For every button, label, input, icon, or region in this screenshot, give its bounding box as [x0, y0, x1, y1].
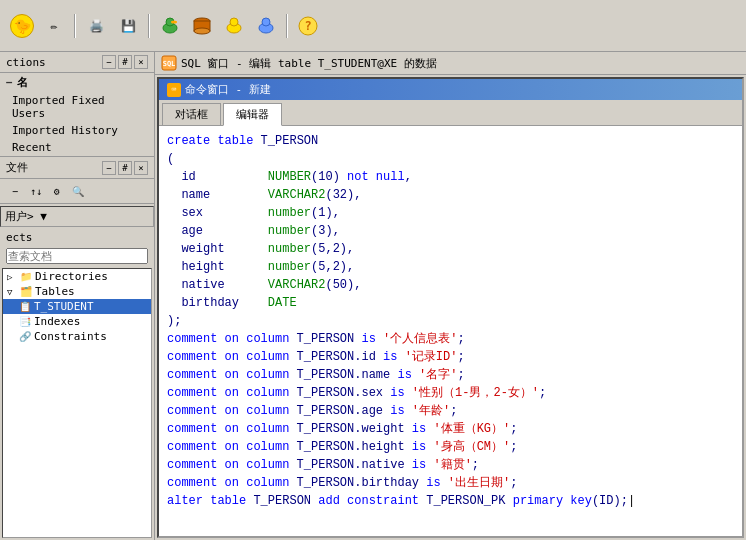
sidebar-header-actions: ctions − # ×: [0, 52, 154, 73]
sidebar-title-name: − 名: [0, 73, 154, 92]
sql-line-9: native VARCHAR2(50),: [167, 276, 734, 294]
sql-line-7: weight number(5,2),: [167, 240, 734, 258]
duck-icon-1: 🐤: [10, 14, 34, 38]
sidebar-search: [0, 246, 154, 266]
cmd-tabs: 对话框 编辑器: [159, 100, 742, 126]
tab-editor-label: 编辑器: [236, 108, 269, 121]
cmd-window: ⌨ 命令窗口 - 新建 对话框 编辑器 create table T_PERSO…: [157, 77, 744, 538]
indexes-icon: 📑: [19, 316, 31, 327]
search-input[interactable]: [6, 248, 148, 264]
sidebar-close-btn-2[interactable]: ×: [134, 161, 148, 175]
toolbar-separator-2: [148, 14, 150, 38]
tree-container[interactable]: ▷ 📁 Directories ▽ 🗂️ Tables 📋 T_STUDENT …: [2, 268, 152, 538]
sql-line-18: comment on column T_PERSON.weight is '体重…: [167, 420, 734, 438]
sql-line-20: comment on column T_PERSON.native is '籍贯…: [167, 456, 734, 474]
svg-text:SQL: SQL: [163, 60, 176, 68]
tree-item-directories[interactable]: ▷ 📁 Directories: [3, 269, 151, 284]
sidebar-minimize-btn-2[interactable]: −: [102, 161, 116, 175]
main-layout: ctions − # × − 名 Imported Fixed Users Im…: [0, 52, 746, 540]
sidebar-minimize-btn[interactable]: −: [102, 55, 116, 69]
sidebar-header-objects: 文件 − # ×: [0, 157, 154, 179]
user-dropdown-label: 用户>: [5, 210, 34, 223]
toolbar-separator-3: [286, 14, 288, 38]
objects-label-text: ects: [6, 231, 33, 244]
sql-line-11: );: [167, 312, 734, 330]
tree-item-tables[interactable]: ▽ 🗂️ Tables: [3, 284, 151, 299]
toolbar-icon-print[interactable]: 🖨️: [82, 12, 110, 40]
sidebar-toolbar-btn-3[interactable]: ⚙: [48, 182, 66, 200]
minus-icon: −: [6, 76, 13, 89]
svg-point-7: [230, 18, 238, 26]
sql-window-title: SQL 窗口 - 编辑 table T_STUDENT@XE 的数据: [181, 56, 437, 71]
folder-icon: 📁: [20, 271, 32, 282]
tree-item-tstudent[interactable]: 📋 T_STUDENT: [3, 299, 151, 314]
svg-text:?: ?: [304, 19, 311, 33]
sql-line-1: create table T_PERSON: [167, 132, 734, 150]
left-sidebar: ctions − # × − 名 Imported Fixed Users Im…: [0, 52, 155, 540]
toolbar-separator-1: [74, 14, 76, 38]
sidebar-close-btn[interactable]: ×: [134, 55, 148, 69]
right-content: SQL SQL 窗口 - 编辑 table T_STUDENT@XE 的数据 ⌨…: [155, 52, 746, 540]
sql-editor[interactable]: create table T_PERSON ( id NUMBER(10) no…: [159, 126, 742, 536]
sql-window-icon: SQL: [161, 55, 177, 71]
sql-line-6: age number(3),: [167, 222, 734, 240]
sql-line-23: alter table T_PERSON add constraint T_PE…: [167, 492, 734, 510]
toolbar-icon-db[interactable]: [188, 12, 216, 40]
sidebar-section-objects: 文件 − # × − ↑↓ ⚙ 🔍 用户> ▼ ects: [0, 157, 154, 540]
sidebar-toolbar-btn-2[interactable]: ↑↓: [27, 182, 45, 200]
toolbar-icon-1[interactable]: 🐤: [8, 12, 36, 40]
sidebar-actions-label: ctions: [6, 56, 46, 69]
sidebar-pin-btn[interactable]: #: [118, 55, 132, 69]
recent-label: Recent: [12, 141, 52, 154]
imported-fixed-users-label: Imported Fixed Users: [12, 94, 142, 120]
toolbar-icon-edit[interactable]: ✏️: [40, 12, 68, 40]
sql-line-2: (: [167, 150, 734, 168]
tab-dialog[interactable]: 对话框: [162, 103, 221, 125]
sidebar-toolbar-btn-1[interactable]: −: [6, 182, 24, 200]
tab-editor[interactable]: 编辑器: [223, 103, 282, 126]
sidebar-user-dropdown[interactable]: 用户> ▼: [0, 206, 154, 227]
sidebar-pin-btn-2[interactable]: #: [118, 161, 132, 175]
tree-label-directories: Directories: [35, 270, 108, 283]
sql-line-14: comment on column T_PERSON.id is '记录ID';: [167, 348, 734, 366]
sidebar-file-label: 文件: [6, 160, 28, 175]
tree-label-indexes: Indexes: [34, 315, 80, 328]
sql-line-4: name VARCHAR2(32),: [167, 186, 734, 204]
sidebar-toolbar: − ↑↓ ⚙ 🔍: [0, 179, 154, 204]
sidebar-item-imported-history[interactable]: Imported History: [0, 122, 154, 139]
tree-expand-directories: ▷: [7, 272, 17, 282]
tstudent-icon: 📋: [19, 301, 31, 312]
sql-line-16: comment on column T_PERSON.sex is '性别（1-…: [167, 384, 734, 402]
sql-line-3: id NUMBER(10) not null,: [167, 168, 734, 186]
sidebar-item-recent[interactable]: Recent: [0, 139, 154, 156]
cmd-window-icon: ⌨: [167, 83, 181, 97]
tree-label-constraints: Constraints: [34, 330, 107, 343]
sql-line-5: sex number(1),: [167, 204, 734, 222]
sql-line-15: comment on column T_PERSON.name is '名字';: [167, 366, 734, 384]
imported-history-label: Imported History: [12, 124, 118, 137]
sidebar-header-controls-2: − # ×: [102, 161, 148, 175]
toolbar-icon-duck3[interactable]: [220, 12, 248, 40]
sql-window-titlebar: SQL SQL 窗口 - 编辑 table T_STUDENT@XE 的数据: [155, 52, 746, 75]
toolbar-icon-save[interactable]: 💾: [114, 12, 142, 40]
sidebar-header-controls: − # ×: [102, 55, 148, 69]
sidebar-name-label: 名: [17, 75, 28, 90]
sidebar-objects-label: ects: [0, 229, 154, 246]
cmd-titlebar: ⌨ 命令窗口 - 新建: [159, 79, 742, 100]
sql-line-19: comment on column T_PERSON.height is '身高…: [167, 438, 734, 456]
toolbar-icon-duck4[interactable]: [252, 12, 280, 40]
sql-line-8: height number(5,2),: [167, 258, 734, 276]
tree-item-constraints[interactable]: 🔗 Constraints: [3, 329, 151, 344]
tree-item-indexes[interactable]: 📑 Indexes: [3, 314, 151, 329]
cmd-window-title: 命令窗口 - 新建: [185, 82, 271, 97]
tab-dialog-label: 对话框: [175, 108, 208, 121]
sidebar-section-actions: ctions − # × − 名 Imported Fixed Users Im…: [0, 52, 154, 157]
toolbar-icon-help[interactable]: ?: [294, 12, 322, 40]
constraints-icon: 🔗: [19, 331, 31, 342]
sidebar-toolbar-btn-4[interactable]: 🔍: [69, 182, 87, 200]
toolbar-icon-duck2[interactable]: [156, 12, 184, 40]
tables-icon: 🗂️: [20, 286, 32, 297]
sql-line-17: comment on column T_PERSON.age is '年龄';: [167, 402, 734, 420]
tree-label-tstudent: T_STUDENT: [34, 300, 94, 313]
sidebar-item-imported-fixed[interactable]: Imported Fixed Users: [0, 92, 154, 122]
